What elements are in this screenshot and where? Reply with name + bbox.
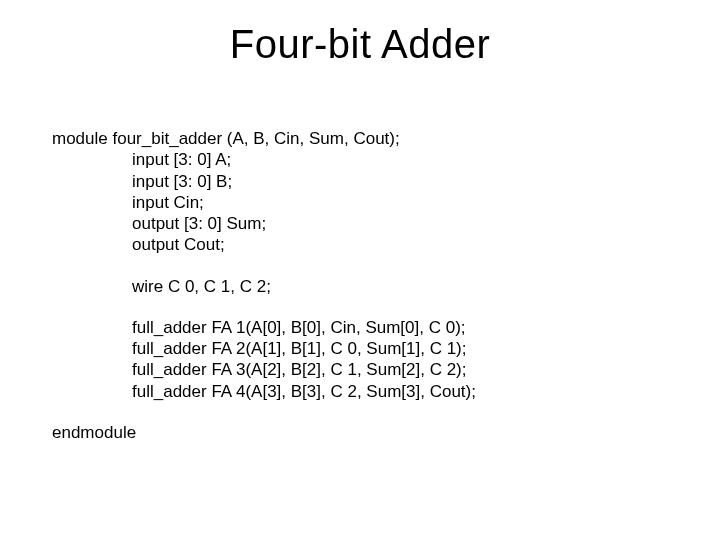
code-line-fa1: full_adder FA 1(A[0], B[0], Cin, Sum[0],…: [52, 317, 476, 338]
blank-line: [52, 297, 476, 317]
code-line-input-b: input [3: 0] B;: [52, 171, 476, 192]
code-line-output-sum: output [3: 0] Sum;: [52, 213, 476, 234]
code-line-fa2: full_adder FA 2(A[1], B[1], C 0, Sum[1],…: [52, 338, 476, 359]
code-line-module: module four_bit_adder (A, B, Cin, Sum, C…: [52, 128, 476, 149]
blank-line: [52, 256, 476, 276]
code-line-endmodule: endmodule: [52, 422, 476, 443]
code-line-output-cout: output Cout;: [52, 234, 476, 255]
code-line-input-a: input [3: 0] A;: [52, 149, 476, 170]
slide: Four-bit Adder module four_bit_adder (A,…: [0, 0, 720, 540]
code-line-input-cin: input Cin;: [52, 192, 476, 213]
code-line-fa4: full_adder FA 4(A[3], B[3], C 2, Sum[3],…: [52, 381, 476, 402]
code-block: module four_bit_adder (A, B, Cin, Sum, C…: [52, 128, 476, 443]
code-line-wire: wire C 0, C 1, C 2;: [52, 276, 476, 297]
slide-title: Four-bit Adder: [0, 22, 720, 67]
code-line-fa3: full_adder FA 3(A[2], B[2], C 1, Sum[2],…: [52, 359, 476, 380]
blank-line: [52, 402, 476, 422]
